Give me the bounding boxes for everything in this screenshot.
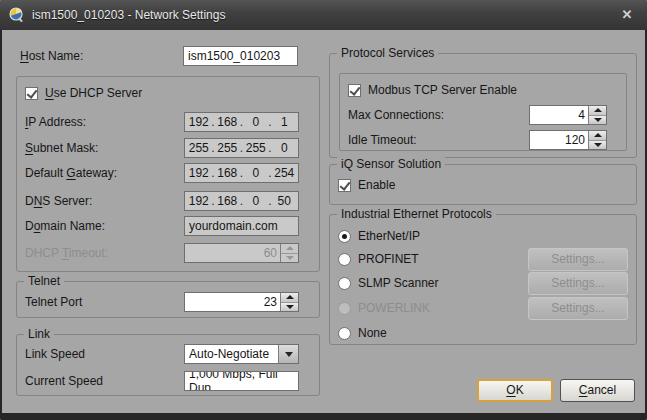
dhcp-timeout-field: 60 [184, 243, 299, 263]
protocol-services-group: Protocol Services Modbus TCP Server Enab… [329, 53, 637, 158]
ok-button[interactable]: OK [477, 379, 553, 402]
modbus-frame: Modbus TCP Server Enable Max Connections… [339, 73, 627, 151]
default-gateway-label: Default Gateway: [25, 163, 117, 183]
network-settings-dialog: ism1500_010203 - Network Settings ✕ Host… [0, 0, 647, 420]
protocol-services-title: Protocol Services [337, 46, 438, 60]
spinner-arrows-icon [280, 244, 298, 262]
dhcp-group: Use DHCP Server IP Address: 192.168.0.1 … [16, 76, 320, 272]
radio-powerlink: POWERLINK [338, 300, 430, 316]
spinner-arrows-icon[interactable] [280, 293, 298, 311]
subnet-mask-label: Subnet Mask: [25, 138, 98, 158]
telnet-group-title: Telnet [24, 274, 64, 288]
link-group-title: Link [24, 327, 54, 341]
radio-none[interactable]: None [338, 325, 387, 341]
spinner-arrows-icon[interactable] [588, 131, 606, 149]
iq-sensor-group: iQ Sensor Solution Enable [329, 164, 637, 205]
checkbox-checked-icon [338, 179, 351, 192]
use-dhcp-checkbox[interactable]: Use DHCP Server [25, 85, 142, 101]
spinner-arrows-icon[interactable] [588, 106, 606, 124]
ip-address-field: 192.168.0.1 [184, 112, 299, 132]
cancel-button[interactable]: Cancel [560, 379, 635, 402]
radio-profinet[interactable]: PROFINET [338, 251, 419, 267]
idle-timeout-label: Idle Timeout: [348, 130, 417, 150]
telnet-port-input[interactable]: 23 [184, 292, 299, 312]
profinet-settings-button: Settings... [528, 248, 628, 271]
dns-server-label: DNS Server: [25, 191, 92, 211]
telnet-port-label: Telnet Port [25, 292, 82, 312]
dialog-body: Host Name: ism1500_010203 Use DHCP Serve… [2, 30, 645, 413]
idle-timeout-input[interactable]: 120 [529, 130, 607, 150]
max-connections-label: Max Connections: [348, 105, 444, 125]
radio-slmp-scanner[interactable]: SLMP Scanner [338, 275, 439, 291]
host-name-value: ism1500_010203 [188, 49, 280, 63]
current-speed-label: Current Speed [25, 371, 103, 391]
radio-icon [338, 277, 351, 290]
industrial-protocols-title: Industrial Ethernet Protocols [337, 207, 496, 221]
powerlink-settings-button: Settings... [528, 297, 628, 320]
radio-icon [338, 327, 351, 340]
telnet-group: Telnet Telnet Port 23 [16, 281, 320, 318]
modbus-tcp-checkbox[interactable]: Modbus TCP Server Enable [348, 82, 517, 98]
host-name-input[interactable]: ism1500_010203 [183, 46, 298, 66]
app-icon [9, 7, 25, 23]
chevron-down-icon[interactable] [278, 345, 298, 363]
radio-icon [338, 253, 351, 266]
ip-address-label: IP Address: [25, 112, 86, 132]
checkbox-checked-icon [348, 84, 361, 97]
domain-name-label: Domain Name: [25, 216, 105, 236]
dhcp-timeout-label: DHCP Timeout: [25, 243, 108, 263]
slmp-settings-button: Settings... [528, 272, 628, 295]
current-speed-field: 1,000 Mbps, Full Dup [184, 371, 299, 391]
titlebar: ism1500_010203 - Network Settings ✕ [0, 0, 647, 30]
link-speed-combobox[interactable]: Auto-Negotiate [184, 344, 299, 364]
link-group: Link Link Speed Auto-Negotiate Current S… [16, 334, 320, 396]
window-title: ism1500_010203 - Network Settings [32, 8, 225, 22]
host-name-label: Host Name: [20, 46, 83, 66]
radio-ethernet-ip[interactable]: EtherNet/IP [338, 228, 420, 244]
radio-selected-icon [338, 230, 351, 243]
radio-disabled-icon [338, 302, 351, 315]
iq-enable-checkbox[interactable]: Enable [338, 177, 395, 193]
checkbox-checked-icon [25, 87, 38, 100]
domain-name-field: yourdomain.com [184, 216, 299, 236]
link-speed-label: Link Speed [25, 344, 85, 364]
close-icon[interactable]: ✕ [616, 4, 638, 26]
subnet-mask-field: 255.255.255.0 [184, 138, 299, 158]
default-gateway-field: 192.168.0.254 [184, 163, 299, 183]
max-connections-input[interactable]: 4 [529, 105, 607, 125]
dns-server-field: 192.168.0.50 [184, 191, 299, 211]
industrial-protocols-group: Industrial Ethernet Protocols EtherNet/I… [329, 214, 637, 345]
iq-sensor-title: iQ Sensor Solution [337, 157, 445, 171]
